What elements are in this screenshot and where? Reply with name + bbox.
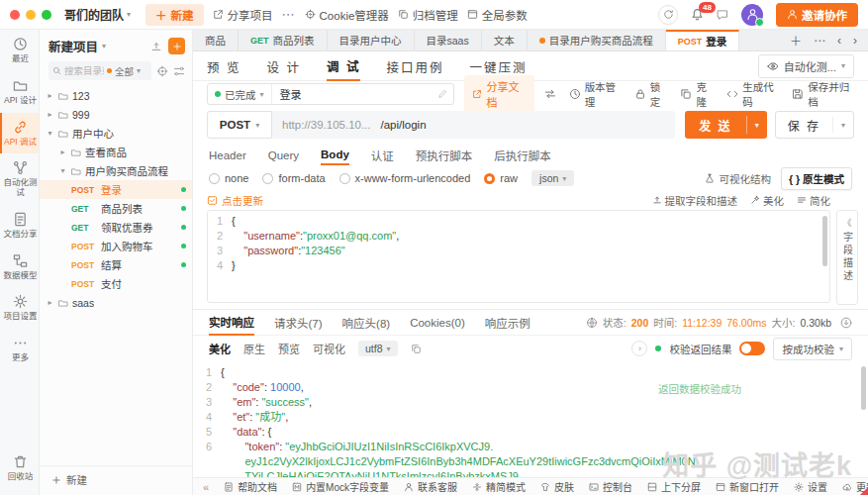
action-clock[interactable]: 版本管理 [569, 79, 622, 109]
action-lock[interactable]: 锁定 [634, 79, 668, 109]
bodytype-x-www-form-urlencoded[interactable]: x-www-form-urlencoded [339, 172, 471, 184]
response-view-tab[interactable]: 美化 [209, 341, 231, 356]
cookie-manager-button[interactable]: Cookie管理器 [305, 7, 389, 23]
request-tab[interactable]: 预执行脚本 [416, 144, 473, 166]
doc-tab[interactable]: GET商品列表 [239, 30, 328, 50]
rail-item-link[interactable]: API 调试 [0, 113, 39, 154]
request-tab[interactable]: Body [321, 145, 349, 165]
validate-toggle[interactable] [739, 342, 765, 355]
action-code[interactable]: 生成代码 [726, 79, 779, 109]
window-controls[interactable] [10, 10, 51, 20]
page-tab[interactable]: 设 计 [266, 51, 300, 80]
sort-filter-button[interactable] [173, 65, 185, 77]
automation-test-button[interactable]: 自动化测... ▾ [758, 54, 854, 78]
archive-manager-button[interactable]: 归档管理 [398, 7, 458, 23]
search-input[interactable] [64, 65, 104, 76]
pencil-icon[interactable] [437, 89, 447, 99]
send-options-caret[interactable]: ▾ [747, 111, 767, 139]
action-save[interactable]: 保存并归档 [792, 79, 854, 109]
response-tab[interactable]: 响应头(8) [342, 310, 391, 335]
page-tab[interactable]: 接口用例 [386, 51, 443, 80]
doc-tab[interactable]: 文本 [482, 30, 528, 50]
chevron-icon[interactable]: ▸ [46, 110, 54, 119]
tree-request[interactable]: POST登录 [40, 180, 192, 199]
tree-new-button[interactable]: 新建 [40, 465, 192, 495]
page-tab[interactable]: 调 试 [327, 50, 360, 81]
locate-button[interactable] [156, 65, 168, 77]
scrollbar[interactable] [861, 366, 866, 410]
tree-request[interactable]: GET商品列表 [40, 199, 192, 218]
field-description-panel[interactable]: 《 字段描述 [836, 210, 858, 305]
minimize-window-icon[interactable] [26, 10, 36, 20]
chevron-icon[interactable]: ▾ [46, 129, 54, 138]
doc-tab[interactable]: 目录用户中心 [328, 30, 415, 50]
bottom-gear-button[interactable]: 设置 [794, 479, 827, 494]
feedback-button[interactable] [717, 9, 728, 21]
request-tab[interactable]: 后执行脚本 [494, 144, 551, 166]
bottom-person-button[interactable]: 联系客服 [404, 479, 457, 494]
request-tab[interactable]: 认证 [371, 144, 394, 166]
tree-folder[interactable]: ▾用户中心 [40, 124, 192, 143]
chevron-icon[interactable]: ▾ [58, 166, 67, 175]
more-menu-button[interactable]: ⋯ [282, 7, 296, 22]
rail-item-clock[interactable]: 最近 [0, 30, 39, 71]
import-button[interactable] [150, 41, 162, 52]
chevron-icon[interactable]: ▸ [46, 91, 54, 100]
chevron-icon[interactable]: ▸ [46, 298, 54, 307]
action-clone[interactable]: 克隆 [680, 79, 714, 109]
share-project-button[interactable]: 分享项目 [213, 7, 273, 23]
collapse-sidebar-button[interactable]: « [203, 481, 209, 493]
encoding-select[interactable]: utf8 ▾ [358, 341, 398, 356]
request-body-editor[interactable]: 1{2 "username":"proxx01@qq.com",3 "passw… [207, 210, 830, 303]
close-window-icon[interactable] [10, 10, 20, 20]
request-tab[interactable]: Query [268, 146, 299, 164]
tree-request[interactable]: POST结算 [40, 255, 192, 274]
beautify-button[interactable]: 美化 [750, 193, 784, 208]
collapse-icon[interactable]: 《 [842, 216, 851, 229]
response-body-viewer[interactable]: 1{2 "code": 10000,3 "em": "success",4 "e… [193, 361, 868, 477]
bottom-split-button[interactable]: 上下分屏 [647, 479, 701, 494]
rail-item-model[interactable]: 数据模型 [0, 247, 39, 288]
tree-folder[interactable]: ▾用户购买商品流程 [40, 161, 192, 180]
page-tab[interactable]: 预 览 [207, 51, 241, 80]
tab-more-button[interactable]: ⋯ [809, 34, 830, 48]
add-api-button[interactable] [168, 38, 185, 54]
action-swap[interactable] [544, 88, 556, 100]
tree-search[interactable]: 全部 ▾ [48, 61, 151, 80]
chevron-icon[interactable]: ▸ [58, 148, 67, 156]
doc-tab[interactable]: POST登录 [666, 30, 740, 50]
download-icon[interactable] [840, 317, 852, 329]
visual-structure-button[interactable]: 可视化结构 [705, 171, 771, 186]
tree-request[interactable]: POST加入购物车 [40, 237, 192, 255]
sync-button[interactable] [658, 5, 678, 25]
bodytype-form-data[interactable]: form-data [262, 172, 325, 184]
invite-collaborate-button[interactable]: 邀请协作 [776, 3, 858, 27]
bottom-doc-button[interactable]: 帮助文档 [224, 479, 277, 494]
rail-item-doc[interactable]: 文档分享 [0, 205, 39, 247]
bottom-window-button[interactable]: 新窗口打开 [716, 479, 779, 494]
validate-mode-select[interactable]: 按成功校验 ▾ [773, 338, 852, 360]
tree-folder[interactable]: ▸saas [40, 293, 192, 312]
tab-scroll-right-button[interactable]: › [848, 34, 862, 48]
response-tab[interactable]: 实时响应 [209, 309, 254, 336]
response-tab[interactable]: 请求头(7) [274, 310, 323, 335]
doc-tab[interactable]: 商品 [193, 30, 239, 50]
filter-select[interactable]: 全部 [115, 64, 134, 78]
click-update-button[interactable]: 点击更新 [207, 193, 263, 208]
bottom-mock-button[interactable]: 内置Mock字段变量 [292, 479, 389, 494]
status-select[interactable]: 已完成 ▾ [208, 84, 272, 104]
rail-item-flow[interactable]: 自动化测试 [0, 153, 39, 205]
bodytype-raw[interactable]: raw [484, 172, 518, 184]
global-params-button[interactable]: 全局参数 [467, 7, 528, 23]
doc-tab[interactable]: 目录用户购买商品流程 [528, 30, 666, 50]
api-name-input[interactable]: 登录 [272, 86, 438, 102]
send-button[interactable]: 发 送 ▾ [685, 111, 766, 139]
bottom-console-button[interactable]: 控制台 [589, 479, 632, 494]
rail-item-trash[interactable]: 回收站 [0, 447, 39, 489]
tree-folder[interactable]: ▸123 [40, 86, 192, 105]
doc-tab[interactable]: 目录saas [415, 30, 482, 50]
project-title[interactable]: 新建项目 [48, 37, 98, 55]
bodytype-none[interactable]: none [209, 172, 248, 184]
tab-scroll-left-button[interactable]: ‹ [832, 34, 846, 48]
method-select[interactable]: POST ▾ [207, 111, 272, 139]
